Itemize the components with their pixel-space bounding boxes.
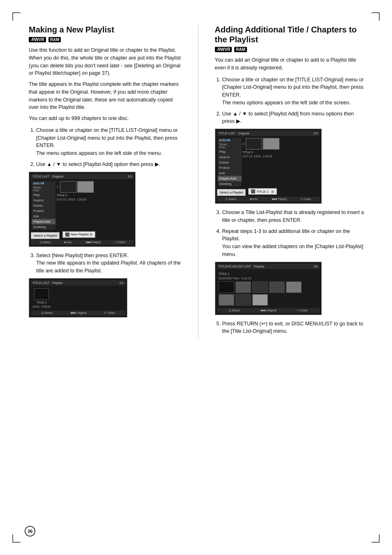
left-para-2: The title appears in the Playlist comple… bbox=[29, 81, 182, 111]
badge-rwvr-right: -RWVR bbox=[215, 47, 232, 52]
left-para-3: You can add up to 999 chapters to one di… bbox=[29, 115, 182, 122]
ui-content-1: DVD-VR 53minFree Play Search Delete Prot… bbox=[31, 180, 134, 230]
corner-mark-tr bbox=[371, 12, 380, 21]
right-screenshot-2: TITLE/PLAYLIST LIST Playlist 1/5 TITLE 1… bbox=[215, 262, 322, 315]
ui-titlebar-2: TITLE LIST Playlist 1/1 bbox=[31, 280, 125, 286]
left-screenshot-1: TITLE LIST Original 1/3 DVD-VR 53minFree… bbox=[29, 172, 136, 247]
left-screenshot-2: TITLE LIST Playlist 1/1 TITLE 1 01/01 0:… bbox=[29, 278, 127, 318]
right-step-5: Press RETURN (↩) to exit, or DISC MENU/L… bbox=[222, 320, 368, 336]
left-badge-row: -RWVR RAM bbox=[29, 37, 182, 42]
right-section-title: Adding Additional Title / Chapters to th… bbox=[215, 25, 368, 44]
right-step-2: Use ▲ / ▼ to select [Playlist Add] from … bbox=[222, 110, 368, 126]
right-intro: You can add an Original title or chapter… bbox=[215, 56, 368, 72]
ui-titlebar-1: TITLE LIST Original 1/3 bbox=[31, 174, 134, 179]
right-ui-titlebar-1: TITLE LIST Original 1/3 bbox=[217, 131, 320, 136]
left-steps: Choose a title or chapter on the [TITLE … bbox=[29, 127, 182, 168]
left-body: Use this function to add an Original tit… bbox=[29, 46, 182, 122]
right-ui-content-1: DVD-VR 53minFree Play Search Delete Prot… bbox=[217, 137, 320, 187]
corner-mark-br bbox=[371, 534, 380, 543]
right-step-3-list: Choose a Title List-Playlist that is alr… bbox=[215, 209, 368, 258]
right-ui-thumbnails-1: 2 TITLE 3 0:07:15 03/14 1:00:26 bbox=[243, 138, 319, 187]
ui-thumbnails-1: 2 TITLE 3 0:07:15 03/14 1:00:26 bbox=[57, 181, 133, 230]
page-number: 36 bbox=[25, 526, 35, 537]
ui-menu-1: DVD-VR 53minFree Play Search Delete Prot… bbox=[32, 181, 55, 230]
badge-ram-right: RAM bbox=[234, 47, 247, 52]
right-ui-bottom-bar-1: ◎ Select ■ Info. ■■■ Playlist ↩ Close bbox=[217, 197, 320, 202]
right-badge-row: -RWVR RAM bbox=[215, 47, 368, 52]
column-divider bbox=[198, 25, 198, 339]
right-column: Adding Additional Title / Chapters to th… bbox=[215, 25, 368, 339]
right-step-5-list: Press RETURN (↩) to exit, or DISC MENU/L… bbox=[215, 320, 368, 336]
thumb-dark-2 bbox=[34, 288, 49, 300]
ui-bottom-bar-1: ◎ Select ■ Info. ■■■ Playlist ↩ Close bbox=[31, 240, 134, 245]
right-screenshot-1: TITLE LIST Original 1/3 DVD-VR 53minFree… bbox=[215, 129, 322, 204]
badge-ram-left: RAM bbox=[48, 37, 61, 42]
badge-rwvr-left: -RWVR bbox=[29, 37, 46, 42]
right-step-4: Repeat steps 1-3 to add additional title… bbox=[222, 228, 368, 258]
popup-select-playlist: Select a Playlist bbox=[31, 232, 60, 239]
left-para-1: Use this function to add an Original tit… bbox=[29, 46, 182, 77]
popup-new-playlist: New Playlist ◎ bbox=[62, 231, 95, 238]
right-steps: Choose a title or chapter on the [TITLE … bbox=[215, 76, 368, 126]
corner-mark-tl bbox=[12, 12, 21, 21]
right-ui-titlebar-2: TITLE/PLAYLIST LIST Playlist 1/5 bbox=[217, 264, 320, 269]
right-step-3: Choose a Title List-Playlist that is alr… bbox=[222, 209, 368, 224]
left-step-1: Choose a title or chapter on the [TITLE … bbox=[36, 127, 182, 157]
right-popup-title1: TITLE 1 ◎ bbox=[248, 188, 277, 195]
page: 36 Making a New Playlist -RWVR RAM Use t… bbox=[0, 0, 392, 555]
right-ui-menu-1: DVD-VR 53minFree Play Search Delete Prot… bbox=[218, 138, 242, 187]
right-popup-select-playlist: Select a Playlist bbox=[217, 189, 246, 196]
left-step-2: Use ▲ / ▼ to select [Playlist Add] optio… bbox=[36, 161, 182, 168]
left-column: Making a New Playlist -RWVR RAM Use this… bbox=[29, 25, 182, 339]
right-step-1: Choose a title or chapter on the [TITLE … bbox=[222, 76, 368, 107]
ui-bottom-bar-2: ◎ Select ■■■ Original ↩ Close bbox=[31, 311, 125, 315]
left-step-3-list: Select [New Playlist] then press ENTER. … bbox=[29, 252, 182, 275]
left-step-3: Select [New Playlist] then press ENTER. … bbox=[36, 252, 182, 275]
right-ui-bottom-bar-2: ◎ Select ■■■ Original ↩ Close bbox=[217, 308, 320, 313]
corner-mark-bl bbox=[12, 534, 21, 543]
left-section-title: Making a New Playlist bbox=[29, 25, 182, 35]
